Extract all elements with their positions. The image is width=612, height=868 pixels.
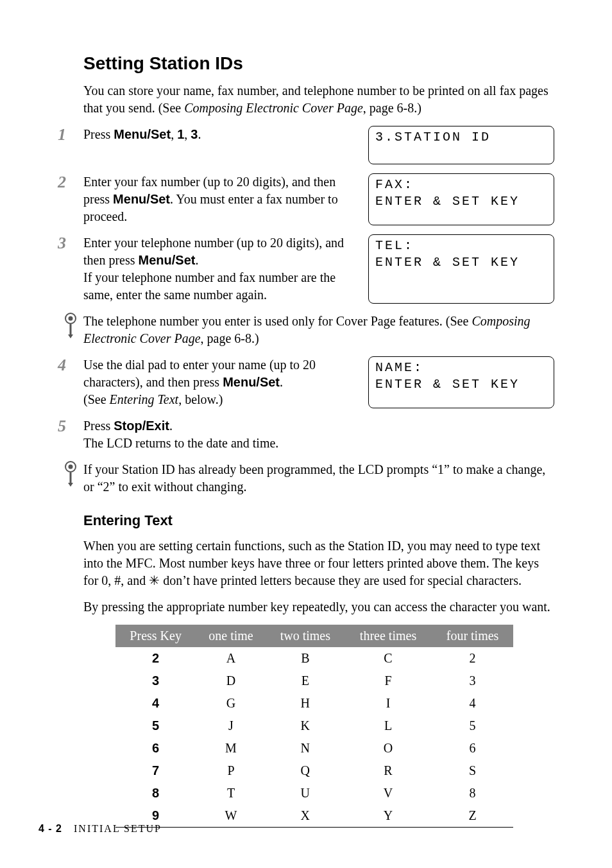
- entering-text-p2: By pressing the appropriate number key r…: [83, 598, 554, 616]
- entering-text-heading: Entering Text: [83, 511, 554, 530]
- char-cell: Q: [266, 759, 344, 782]
- note-text: If your Station ID has already been prog…: [83, 461, 554, 496]
- char-cell: M: [196, 737, 266, 759]
- menu-set-label: Menu/Set: [139, 253, 196, 267]
- char-cell: W: [196, 804, 266, 828]
- char-cell: J: [196, 715, 266, 737]
- text: ,: [184, 127, 191, 141]
- char-cell: X: [266, 804, 344, 828]
- entering-text-ref: Entering Text,: [110, 392, 182, 406]
- key-1-label: 1: [177, 127, 184, 141]
- key-3-label: 3: [191, 127, 198, 141]
- entering-text-p1: When you are setting certain functions, …: [83, 537, 554, 589]
- table-header-row: Press Key one time two times three times…: [115, 625, 513, 647]
- lcd-display-fax: FAX: ENTER & SET KEY: [368, 173, 554, 225]
- character-table: Press Key one time two times three times…: [115, 625, 513, 828]
- menu-set-label: Menu/Set: [223, 375, 280, 389]
- text: Press: [83, 127, 114, 141]
- step-number: 1: [58, 126, 83, 143]
- col-two-times: two times: [266, 625, 344, 647]
- char-cell: R: [344, 759, 432, 782]
- text: .: [169, 419, 173, 433]
- menu-set-label: Menu/Set: [114, 127, 171, 141]
- page-number: 4 - 2: [38, 823, 62, 834]
- char-cell: C: [344, 647, 432, 670]
- intro-text-b: , page 6-8.): [363, 101, 421, 115]
- table-row: 9WXYZ: [115, 804, 513, 828]
- char-cell: T: [196, 782, 266, 804]
- note-text: The telephone number you enter is used o…: [83, 313, 554, 347]
- intro-ref: Composing Electronic Cover Page: [184, 101, 363, 115]
- char-cell: K: [266, 715, 344, 737]
- step-5: 5 Press Stop/Exit. The LCD returns to th…: [58, 417, 554, 452]
- lcd-display-station-id: 3.STATION ID: [368, 126, 554, 164]
- table-row: 4GHI4: [115, 692, 513, 715]
- table-row: 6MNO6: [115, 737, 513, 759]
- char-cell: S: [432, 759, 513, 782]
- section-label: INITIAL SETUP: [74, 823, 162, 834]
- char-cell: 8: [432, 782, 513, 804]
- char-cell: D: [196, 670, 266, 692]
- char-cell: O: [344, 737, 432, 759]
- note-cover-page: The telephone number you enter is used o…: [58, 313, 554, 347]
- tip-icon: [58, 461, 83, 487]
- table-row: 3DEF3: [115, 670, 513, 692]
- char-cell: H: [266, 692, 344, 715]
- char-cell: P: [196, 759, 266, 782]
- text: If your telephone number and fax number …: [83, 270, 336, 302]
- col-three-times: three times: [344, 625, 432, 647]
- intro-paragraph: You can store your name, fax number, and…: [83, 82, 554, 117]
- char-cell: 2: [432, 647, 513, 670]
- page-footer: 4 - 2 INITIAL SETUP: [38, 822, 162, 836]
- col-one-time: one time: [196, 625, 266, 647]
- char-cell: L: [344, 715, 432, 737]
- text: Enter your telephone number (up to 20 di…: [83, 236, 344, 267]
- svg-point-1: [69, 316, 73, 320]
- char-cell: Z: [432, 804, 513, 828]
- char-cell: 5: [432, 715, 513, 737]
- char-cell: F: [344, 670, 432, 692]
- key-cell: 8: [115, 782, 196, 804]
- char-cell: 4: [432, 692, 513, 715]
- text: , page 6-8.): [201, 331, 259, 345]
- table-row: 2ABC2: [115, 647, 513, 670]
- text: (See: [83, 392, 110, 406]
- key-cell: 7: [115, 759, 196, 782]
- table-row: 7PQRS: [115, 759, 513, 782]
- text: If your Station ID has already been prog…: [83, 462, 545, 494]
- text: .: [198, 127, 201, 141]
- step-1-text: Press Menu/Set, 1, 3.: [83, 126, 355, 164]
- step-2-text: Enter your fax number (up to 20 digits),…: [83, 173, 355, 225]
- text: The LCD returns to the date and time.: [83, 436, 278, 450]
- col-press-key: Press Key: [115, 625, 196, 647]
- page-title: Setting Station IDs: [83, 51, 554, 76]
- key-cell: 3: [115, 670, 196, 692]
- text: .: [280, 375, 283, 389]
- stop-exit-label: Stop/Exit: [114, 419, 169, 433]
- text: The telephone number you enter is used o…: [83, 314, 472, 328]
- key-cell: 4: [115, 692, 196, 715]
- svg-point-3: [69, 464, 73, 469]
- char-cell: N: [266, 737, 344, 759]
- char-cell: 6: [432, 737, 513, 759]
- step-3-text: Enter your telephone number (up to 20 di…: [83, 234, 355, 304]
- text: .: [195, 253, 198, 267]
- char-cell: A: [196, 647, 266, 670]
- key-cell: 2: [115, 647, 196, 670]
- step-number: 5: [58, 417, 83, 435]
- col-four-times: four times: [432, 625, 513, 647]
- char-cell: V: [344, 782, 432, 804]
- text: below.): [182, 392, 223, 406]
- table-row: 8TUV8: [115, 782, 513, 804]
- char-cell: I: [344, 692, 432, 715]
- step-number: 4: [58, 356, 83, 374]
- char-cell: G: [196, 692, 266, 715]
- text: ,: [171, 127, 177, 141]
- step-5-text: Press Stop/Exit. The LCD returns to the …: [83, 417, 554, 452]
- step-4-text: Use the dial pad to enter your name (up …: [83, 356, 355, 408]
- table-row: 5JKL5: [115, 715, 513, 737]
- step-4: 4 Use the dial pad to enter your name (u…: [58, 356, 554, 408]
- text: Press: [83, 419, 114, 433]
- lcd-display-name: NAME: ENTER & SET KEY: [368, 356, 554, 408]
- key-cell: 6: [115, 737, 196, 759]
